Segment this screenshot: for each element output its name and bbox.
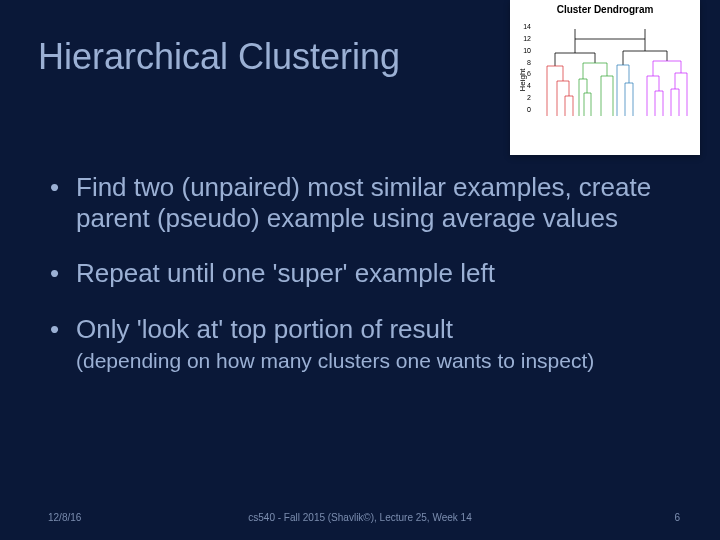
tick: 8 (521, 59, 531, 66)
dendrogram-svg (535, 21, 691, 121)
dendrogram-ticks: 14 12 10 8 6 4 2 0 (521, 23, 531, 113)
tick: 14 (521, 23, 531, 30)
footer-page-number: 6 (674, 512, 680, 523)
tick: 6 (521, 70, 531, 77)
tick: 10 (521, 47, 531, 54)
bullet-text: Only 'look at' top portion of result (76, 314, 680, 345)
bullet-item: • Repeat until one 'super' example left (48, 258, 680, 289)
slide-footer: 12/8/16 cs540 - Fall 2015 (Shavlik©), Le… (0, 508, 720, 526)
tick: 4 (521, 82, 531, 89)
bullet-item: • Only 'look at' top portion of result (… (48, 314, 680, 373)
bullet-text: Find two (unpaired) most similar example… (76, 172, 680, 234)
tick: 0 (521, 106, 531, 113)
slide-title: Hierarchical Clustering (38, 36, 400, 78)
bullet-dot: • (48, 172, 76, 234)
footer-center: cs540 - Fall 2015 (Shavlik©), Lecture 25… (248, 512, 471, 523)
bullet-subtext: (depending on how many clusters one want… (76, 349, 680, 373)
tick: 2 (521, 94, 531, 101)
dendrogram-body: Height 14 12 10 8 6 4 2 0 (515, 15, 695, 145)
bullet-dot: • (48, 314, 76, 345)
bullet-text: Repeat until one 'super' example left (76, 258, 680, 289)
bullet-item: • Find two (unpaired) most similar examp… (48, 172, 680, 234)
bullet-dot: • (48, 258, 76, 289)
footer-date: 12/8/16 (48, 512, 81, 523)
slide-content: • Find two (unpaired) most similar examp… (48, 172, 680, 397)
tick: 12 (521, 35, 531, 42)
dendrogram-thumbnail: Cluster Dendrogram Height 14 12 10 8 6 4… (510, 0, 700, 155)
dendrogram-title: Cluster Dendrogram (510, 0, 700, 15)
